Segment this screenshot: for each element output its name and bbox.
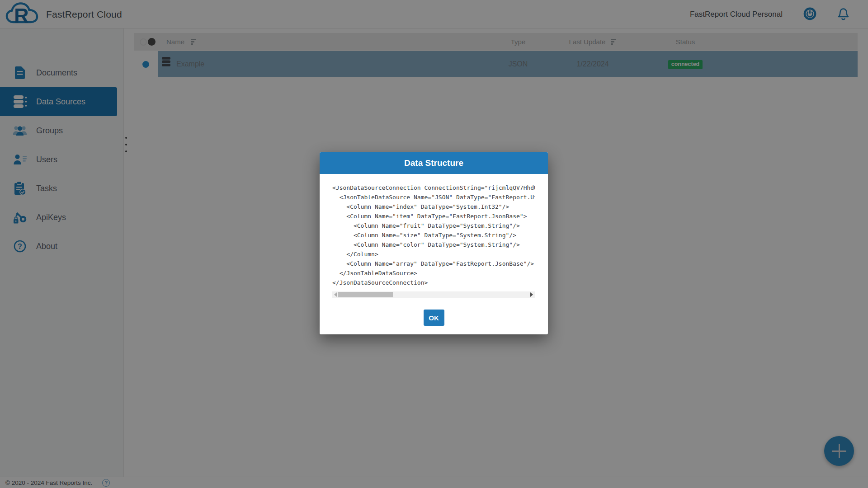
code-line: <Column Name="index" DataType="System.In… bbox=[332, 202, 535, 211]
code-line: <Column Name="array" DataType="FastRepor… bbox=[332, 259, 535, 268]
code-line: <Column Name="size" DataType="System.Str… bbox=[332, 230, 535, 240]
code-line: </JsonTableDataSource> bbox=[332, 268, 535, 278]
scroll-right-arrow-icon[interactable] bbox=[528, 291, 535, 298]
code-line: <JsonDataSourceConnection ConnectionStri… bbox=[332, 183, 535, 192]
code-line: </JsonDataSourceConnection> bbox=[332, 278, 535, 287]
dialog-title: Data Structure bbox=[320, 152, 548, 174]
horizontal-scrollbar[interactable] bbox=[332, 291, 535, 298]
code-line: <Column Name="item" DataType="FastReport… bbox=[332, 211, 535, 221]
code-line: </Column> bbox=[332, 249, 535, 259]
code-line: <JsonTableDataSource Name="JSON" DataTyp… bbox=[332, 192, 535, 202]
scrollbar-thumb[interactable] bbox=[338, 292, 393, 297]
code-line: <Column Name="fruit" DataType="System.St… bbox=[332, 221, 535, 230]
scroll-left-arrow-icon[interactable] bbox=[332, 291, 339, 298]
code-line: <Column Name="color" DataType="System.St… bbox=[332, 240, 535, 249]
data-structure-dialog: Data Structure <JsonDataSourceConnection… bbox=[320, 152, 548, 334]
ok-button[interactable]: OK bbox=[424, 310, 444, 326]
xml-schema-code: <JsonDataSourceConnection ConnectionStri… bbox=[332, 183, 535, 287]
